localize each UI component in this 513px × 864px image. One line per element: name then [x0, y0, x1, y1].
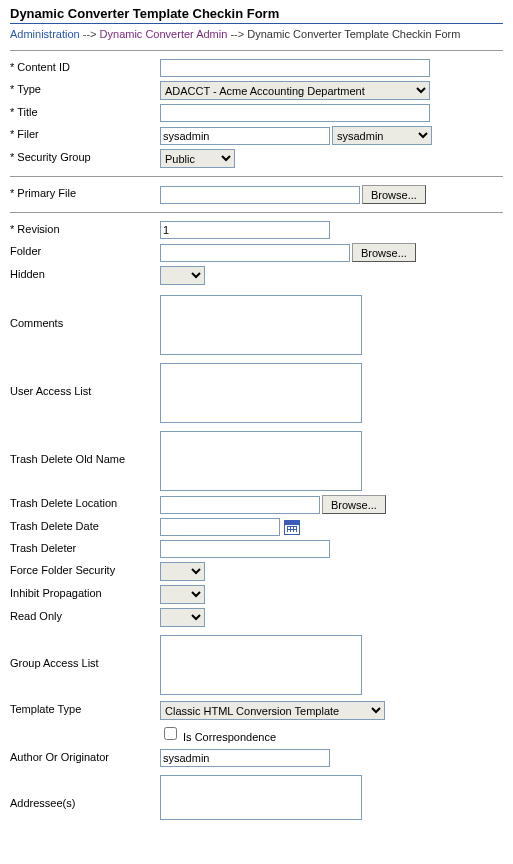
- primary-file-browse-button[interactable]: Browse...: [362, 185, 426, 204]
- read-only-label: Read Only: [10, 608, 160, 622]
- template-type-label: Template Type: [10, 701, 160, 715]
- breadcrumb-separator: -->: [83, 28, 97, 40]
- group-access-list-textarea[interactable]: [160, 635, 362, 695]
- addressee-textarea[interactable]: [160, 775, 362, 820]
- trash-deleter-label: Trash Deleter: [10, 540, 160, 554]
- security-group-select[interactable]: Public: [160, 149, 235, 168]
- primary-file-label: * Primary File: [10, 185, 160, 199]
- force-folder-security-select[interactable]: [160, 562, 205, 581]
- breadcrumb: Administration --> Dynamic Converter Adm…: [10, 28, 503, 40]
- trash-delete-location-browse-button[interactable]: Browse...: [322, 495, 386, 514]
- title-input[interactable]: [160, 104, 430, 122]
- trash-delete-location-label: Trash Delete Location: [10, 495, 160, 509]
- inhibit-propagation-select[interactable]: [160, 585, 205, 604]
- trash-deleter-input[interactable]: [160, 540, 330, 558]
- breadcrumb-separator: -->: [230, 28, 244, 40]
- author-or-originator-input[interactable]: [160, 749, 330, 767]
- user-access-list-label: User Access List: [10, 363, 160, 397]
- title-label: * Title: [10, 104, 160, 118]
- content-id-label: * Content ID: [10, 59, 160, 73]
- group-access-list-label: Group Access List: [10, 635, 160, 669]
- breadcrumb-current: Dynamic Converter Template Checkin Form: [247, 28, 460, 40]
- force-folder-security-label: Force Folder Security: [10, 562, 160, 576]
- is-correspondence-label[interactable]: Is Correspondence: [183, 731, 276, 743]
- trash-delete-location-input[interactable]: [160, 496, 320, 514]
- addressee-label: Addressee(s): [10, 775, 160, 809]
- folder-input[interactable]: [160, 244, 350, 262]
- security-group-label: * Security Group: [10, 149, 160, 163]
- comments-label: Comments: [10, 295, 160, 329]
- user-access-list-textarea[interactable]: [160, 363, 362, 423]
- divider: [10, 212, 503, 213]
- breadcrumb-dc-admin-link[interactable]: Dynamic Converter Admin: [100, 28, 228, 40]
- trash-delete-date-input[interactable]: [160, 518, 280, 536]
- filer-select[interactable]: sysadmin: [332, 126, 432, 145]
- divider: [10, 50, 503, 51]
- filer-label: * Filer: [10, 126, 160, 140]
- filer-input[interactable]: [160, 127, 330, 145]
- revision-label: * Revision: [10, 221, 160, 235]
- revision-input[interactable]: [160, 221, 330, 239]
- folder-browse-button[interactable]: Browse...: [352, 243, 416, 262]
- type-select[interactable]: ADACCT - Acme Accounting Department: [160, 81, 430, 100]
- page-title: Dynamic Converter Template Checkin Form: [10, 6, 503, 21]
- folder-label: Folder: [10, 243, 160, 257]
- hidden-label: Hidden: [10, 266, 160, 280]
- hidden-select[interactable]: [160, 266, 205, 285]
- trash-delete-old-name-label: Trash Delete Old Name: [10, 431, 160, 465]
- type-label: * Type: [10, 81, 160, 95]
- breadcrumb-admin-link[interactable]: Administration: [10, 28, 80, 40]
- author-or-originator-label: Author Or Originator: [10, 749, 160, 763]
- calendar-icon[interactable]: [284, 520, 300, 535]
- divider: [10, 176, 503, 177]
- trash-delete-old-name-textarea[interactable]: [160, 431, 362, 491]
- comments-textarea[interactable]: [160, 295, 362, 355]
- read-only-select[interactable]: [160, 608, 205, 627]
- template-type-select[interactable]: Classic HTML Conversion Template: [160, 701, 385, 720]
- trash-delete-date-label: Trash Delete Date: [10, 518, 160, 532]
- title-underline: [10, 23, 503, 24]
- is-correspondence-checkbox[interactable]: [164, 727, 177, 740]
- inhibit-propagation-label: Inhibit Propagation: [10, 585, 160, 599]
- content-id-input[interactable]: [160, 59, 430, 77]
- primary-file-input[interactable]: [160, 186, 360, 204]
